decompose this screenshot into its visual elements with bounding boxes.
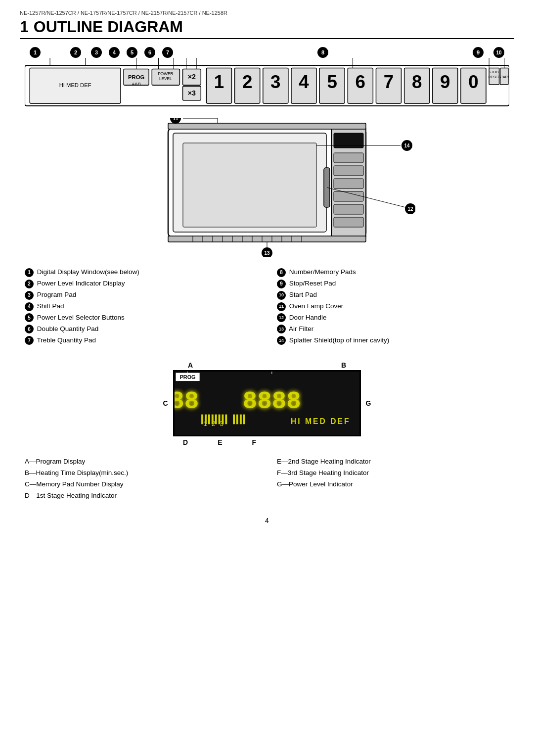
svg-rect-55	[334, 204, 363, 214]
part-num-14: 14	[277, 336, 286, 345]
callout-2: 2	[70, 47, 81, 58]
part-num-9: 9	[277, 280, 286, 288]
label-b: B	[341, 361, 346, 369]
chapter-number: 1	[20, 18, 29, 36]
svg-text:8: 8	[412, 72, 422, 92]
svg-rect-102	[236, 414, 238, 424]
callout-6: 6	[144, 47, 155, 58]
part-num-5: 5	[25, 313, 34, 322]
svg-rect-60	[168, 123, 366, 129]
part-num-3: 3	[25, 291, 34, 300]
part-num-2: 2	[25, 280, 34, 288]
label-a: A	[188, 361, 193, 369]
svg-rect-52	[334, 166, 363, 176]
svg-text:PROG: PROG	[179, 374, 195, 380]
svg-text:HI MED DEF: HI MED DEF	[291, 417, 350, 425]
svg-text:8888: 8888	[242, 388, 301, 416]
svg-text:11: 11	[173, 118, 178, 121]
part-12: 12 Door Handle	[277, 312, 509, 324]
part-6: 6 Double Quantity Pad	[25, 324, 257, 335]
control-panel-diagram: HI MED DEF PROG A&B POWER LEVEL ×2 ×3	[20, 58, 514, 113]
parts-list: 1 Digital Display Window(see below) 2 Po…	[20, 267, 514, 346]
part-num-1: 1	[25, 268, 34, 277]
label-d: D	[183, 438, 188, 446]
display-diagram-section: A B C PROG 88 8888	[129, 361, 405, 446]
svg-text:START: START	[498, 75, 509, 79]
model-line: NE-1257R/NE-1257CR / NE-1757R/NE-1757CR …	[20, 10, 514, 16]
svg-text:A&B: A&B	[132, 82, 140, 87]
part-5: 5 Power Level Selector Buttons	[25, 312, 257, 324]
legend-a: A—Program Display	[25, 456, 257, 468]
svg-text:13: 13	[264, 250, 270, 256]
svg-text:7: 7	[384, 72, 394, 92]
part-4: 4 Shift Pad	[25, 301, 257, 312]
svg-text:1: 1	[214, 72, 224, 92]
legend-b: B—Heating Time Display(min.sec.)	[25, 468, 257, 479]
part-num-10: 10	[277, 291, 286, 300]
svg-rect-100	[225, 414, 227, 424]
part-num-6: 6	[25, 325, 34, 333]
callout-5: 5	[127, 47, 137, 58]
microwave-diagram: 11 12 13 14	[20, 118, 514, 257]
display-svg-wrapper: C PROG 88 8888	[129, 370, 405, 436]
label-g: G	[366, 399, 371, 407]
part-11: 11 Oven Lamp Cover	[277, 301, 509, 312]
svg-text:×2: ×2	[188, 73, 196, 81]
svg-text:STOP/: STOP/	[489, 70, 499, 74]
callout-9: 9	[473, 47, 484, 58]
svg-rect-58	[183, 143, 316, 227]
part-3: 3 Program Pad	[25, 289, 257, 301]
svg-text:9: 9	[440, 72, 450, 92]
svg-rect-53	[334, 179, 363, 189]
part-2: 2 Power Level Indicator Display	[25, 278, 257, 289]
svg-text:6: 6	[356, 72, 365, 92]
part-num-8: 8	[277, 268, 286, 277]
part-num-12: 12	[277, 313, 286, 322]
svg-rect-103	[239, 414, 241, 424]
svg-text:14: 14	[404, 143, 410, 148]
svg-text:2: 2	[242, 72, 252, 92]
label-f: F	[252, 438, 256, 446]
part-num-11: 11	[277, 302, 286, 311]
callout-1: 1	[30, 47, 41, 58]
svg-text:LEVEL: LEVEL	[159, 77, 172, 81]
svg-text:POWER: POWER	[158, 72, 173, 76]
callouts-top-row: 1 2 3 4 5 6 7 8 9 10	[20, 47, 514, 58]
svg-rect-104	[243, 414, 245, 424]
svg-text:PROG: PROG	[128, 74, 144, 80]
part-8: 8 Number/Memory Pads	[277, 267, 509, 278]
part-7: 7 Treble Quantity Pad	[25, 335, 257, 346]
legend-d: D—1st Stage Heating Indicator	[25, 490, 257, 502]
legend-c: C—Memory Pad Number Display	[25, 479, 257, 490]
part-1: 1 Digital Display Window(see below)	[25, 267, 257, 278]
part-num-13: 13	[277, 325, 286, 333]
svg-text:5: 5	[327, 72, 337, 92]
svg-text:12: 12	[407, 206, 413, 212]
svg-text:×3: ×3	[188, 89, 196, 97]
label-c: C	[163, 399, 168, 407]
part-10: 10 Start Pad	[277, 289, 509, 301]
callout-8: 8	[317, 47, 328, 58]
part-9: 9 Stop/Reset Pad	[277, 278, 509, 289]
callout-10: 10	[493, 47, 504, 58]
part-13: 13 Air Filter	[277, 324, 509, 335]
part-14: 14 Splatter Shield(top of inner cavity)	[277, 335, 509, 346]
control-panel-section: 1 2 3 4 5 6 7 8 9 10 HI MED DEF	[20, 47, 514, 113]
legend-e: E—2nd Stage Heating Indicator	[277, 456, 509, 468]
svg-text:HI MED DEF: HI MED DEF	[59, 82, 91, 88]
svg-text:0: 0	[468, 72, 478, 92]
callout-7: 7	[162, 47, 173, 58]
svg-rect-61	[168, 236, 366, 242]
part-num-7: 7	[25, 336, 34, 345]
svg-rect-51	[334, 153, 363, 163]
callout-3: 3	[91, 47, 102, 58]
legend-g: G—Power Level Indicator	[277, 479, 509, 490]
svg-rect-101	[233, 414, 235, 424]
part-num-4: 4	[25, 302, 34, 311]
svg-text:3: 3	[270, 72, 280, 92]
page-number: 4	[20, 517, 514, 524]
svg-text:4: 4	[299, 72, 309, 92]
chapter-title: OUTLINE DIAGRAM	[34, 18, 183, 36]
display-legend: A—Program Display B—Heating Time Display…	[20, 456, 514, 502]
svg-text:1  2  3: 1 2 3	[203, 421, 223, 428]
